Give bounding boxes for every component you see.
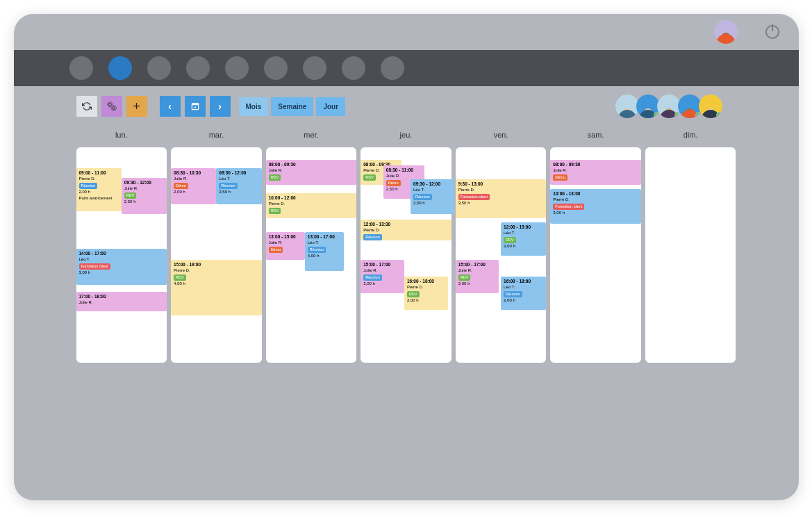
- event[interactable]: 08:30 - 12:00Léo T.Réunion3,50 h: [216, 168, 261, 204]
- event[interactable]: 15:00 - 19:00Pierre D.RDV4,00 h: [171, 260, 262, 315]
- day-col-1[interactable]: 08:30 - 10:30Julie R.Démo2,00 h08:30 - 1…: [171, 147, 262, 363]
- view-tab-week[interactable]: Semaine: [271, 97, 313, 116]
- svg-point-0: [108, 103, 111, 106]
- day-header-3: jeu.: [361, 126, 451, 143]
- nav-dot-1[interactable]: [69, 56, 93, 80]
- day-columns: 09:00 - 11:00Pierre D.Réunion2,00 hPoint…: [76, 147, 736, 363]
- day-col-0[interactable]: 09:00 - 11:00Pierre D.Réunion2,00 hPoint…: [76, 147, 167, 363]
- nav-dot-2[interactable]: [108, 56, 132, 80]
- svg-point-3: [111, 106, 116, 110]
- add-event-button[interactable]: +: [126, 96, 147, 117]
- nav-dot-3[interactable]: [147, 56, 171, 80]
- event[interactable]: 09:30 - 12:00Léo T.Réunion2,50 h: [411, 179, 454, 214]
- calendar-week-view: lun.mar.mer.jeu.ven.sam.dim. 09:00 - 11:…: [14, 126, 799, 377]
- day-col-3[interactable]: 08:00 - 09:30Pierre D.RDV08:30 - 11:00Ju…: [361, 147, 451, 363]
- person-filter-1[interactable]: [636, 95, 660, 118]
- settings-button[interactable]: [101, 96, 122, 117]
- nav-dot-7[interactable]: [303, 56, 326, 80]
- event[interactable]: 09:30 - 12:00Julie R.RDV2,50 h: [122, 178, 167, 214]
- day-col-5[interactable]: 08:00 - 09:30Julie R.Démo10:00 - 13:00Pi…: [550, 147, 641, 363]
- event[interactable]: 08:00 - 09:30Julie R.Démo: [550, 160, 641, 185]
- day-col-6[interactable]: [645, 147, 736, 363]
- day-header-5: sam.: [550, 126, 641, 143]
- event[interactable]: 12:00 - 13:30Pierre D.Réunion: [361, 220, 451, 240]
- event[interactable]: 12:00 - 15:00Léo T.RDV3,00 h: [501, 222, 546, 256]
- main-nav: [14, 50, 799, 86]
- event[interactable]: 10:00 - 13:00Pierre D.Formation client3,…: [550, 189, 641, 224]
- svg-rect-5: [192, 104, 198, 105]
- event[interactable]: 08:30 - 10:30Julie R.Démo2,00 h: [171, 168, 216, 204]
- day-col-2[interactable]: 08:00 - 09:30Julie R.RDV10:00 - 12:00Pie…: [266, 147, 357, 363]
- person-filter-4[interactable]: [699, 95, 722, 118]
- person-filter-2[interactable]: [657, 95, 681, 118]
- person-filter-0[interactable]: [615, 95, 639, 118]
- today-button[interactable]: [185, 96, 206, 117]
- nav-dot-8[interactable]: [342, 56, 365, 80]
- event[interactable]: 13:00 - 15:00Julie R.Démo: [266, 232, 305, 260]
- nav-dot-9[interactable]: [381, 56, 404, 80]
- event[interactable]: 9:30 - 13:00Pierre D.Formation client3,5…: [456, 179, 547, 218]
- calendar-toolbar: + ‹ › Mois Semaine Jour: [14, 86, 799, 126]
- event[interactable]: 09:00 - 11:00Pierre D.Réunion2,00 hPoint…: [76, 168, 122, 211]
- event[interactable]: 10:00 - 12:00Pierre D.RDV: [266, 193, 357, 218]
- day-header-6: dim.: [645, 126, 736, 143]
- day-header-4: ven.: [456, 126, 547, 143]
- day-headers: lun.mar.mer.jeu.ven.sam.dim.: [76, 126, 736, 143]
- event[interactable]: 14:00 - 17:00Léo T.Formation client3,00 …: [76, 249, 167, 285]
- day-header-0: lun.: [76, 126, 167, 143]
- event[interactable]: 16:00 - 18:00Pierre D.RDV2,00 h: [404, 277, 448, 310]
- event[interactable]: 08:00 - 09:30Julie R.RDV: [266, 160, 357, 185]
- people-filter: [620, 95, 736, 118]
- event[interactable]: 13:00 - 17:00Léo T.Réunion4,00 h: [305, 232, 344, 271]
- view-tabs: Mois Semaine Jour: [239, 97, 346, 116]
- power-icon[interactable]: [765, 25, 779, 39]
- day-header-2: mer.: [266, 126, 357, 143]
- nav-dot-6[interactable]: [264, 56, 288, 80]
- svg-point-6: [194, 107, 195, 108]
- event[interactable]: 15:00 - 17:00Julie R.RDV2,00 h: [456, 260, 499, 293]
- person-filter-3[interactable]: [678, 95, 702, 118]
- nav-dot-4[interactable]: [186, 56, 210, 80]
- refresh-button[interactable]: [76, 96, 97, 117]
- next-button[interactable]: ›: [210, 96, 231, 117]
- svg-point-2: [112, 107, 115, 110]
- view-tab-day[interactable]: Jour: [316, 97, 345, 116]
- event[interactable]: 15:00 - 17:00Julie R.Réunion2,00 h: [361, 260, 404, 293]
- day-col-4[interactable]: 9:30 - 13:00Pierre D.Formation client3,5…: [456, 147, 547, 363]
- app-frame: + ‹ › Mois Semaine Jour lun.mar.mer.jeu.…: [14, 14, 799, 500]
- topbar: [14, 14, 799, 50]
- prev-button[interactable]: ‹: [160, 96, 181, 117]
- view-tab-month[interactable]: Mois: [239, 97, 269, 116]
- event[interactable]: 16:00 - 18:00Léo T.Réunion2,00 h: [501, 277, 546, 310]
- nav-dot-5[interactable]: [225, 56, 249, 80]
- event[interactable]: 17:00 - 18:00Julie R.: [76, 292, 167, 311]
- day-header-1: mar.: [171, 126, 262, 143]
- current-user-avatar[interactable]: [714, 20, 738, 44]
